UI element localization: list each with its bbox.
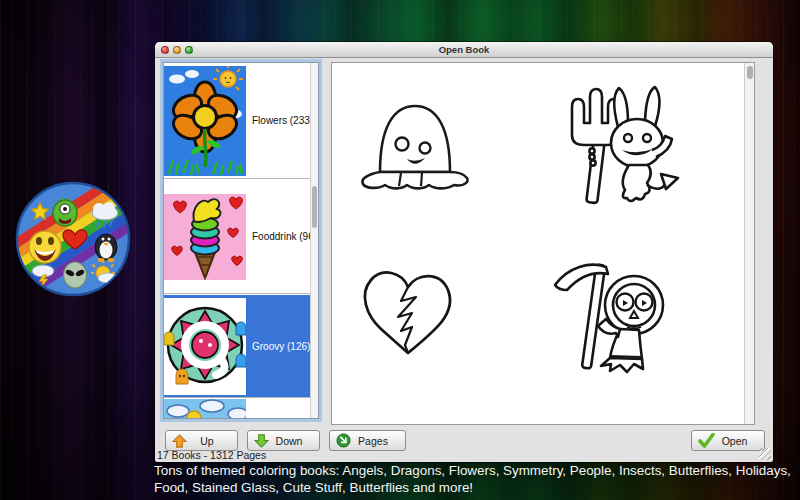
book-label: Groovy (126) bbox=[246, 341, 310, 352]
coloring-page-grim-reaper[interactable] bbox=[550, 257, 672, 377]
status-text: 17 Books - 1312 Pages bbox=[157, 449, 266, 461]
book-label: Fooddrink (96) bbox=[246, 231, 317, 242]
book-list-item-fooddrink[interactable]: Fooddrink (96) bbox=[164, 180, 312, 294]
book-list[interactable]: Flowers (233) bbox=[163, 62, 319, 419]
alien-icon bbox=[64, 262, 87, 288]
down-button[interactable]: Down bbox=[247, 430, 320, 451]
window-title: Open Book bbox=[155, 44, 773, 55]
coloring-app-dock-icon[interactable] bbox=[13, 177, 133, 303]
coloring-page-devil[interactable] bbox=[556, 79, 682, 215]
open-book-window: Open Book bbox=[155, 42, 773, 462]
book-list-scrollbar[interactable] bbox=[310, 63, 318, 418]
flower-book-thumbnail bbox=[164, 63, 246, 178]
pages-button[interactable]: Pages bbox=[329, 430, 406, 451]
book-list-scrollbar-thumb[interactable] bbox=[312, 186, 317, 228]
book-list-item-partial[interactable] bbox=[164, 399, 312, 419]
window-titlebar[interactable]: Open Book bbox=[155, 42, 773, 58]
up-button[interactable]: Up bbox=[165, 430, 238, 451]
mandala-book-thumbnail bbox=[164, 295, 246, 397]
book-list-item-flowers[interactable]: Flowers (233) bbox=[164, 63, 312, 179]
open-button[interactable]: Open bbox=[691, 430, 765, 451]
sky-clouds-book-thumbnail bbox=[164, 399, 246, 419]
smiley-face-icon bbox=[29, 231, 61, 263]
book-list-item-groovy[interactable]: Groovy (126) bbox=[164, 295, 312, 398]
pages-preview-panel bbox=[331, 62, 755, 425]
window-resize-grip[interactable] bbox=[759, 448, 771, 460]
green-circle-arrow-icon bbox=[336, 433, 351, 448]
rainbow-emoji-circle-app-icon bbox=[13, 177, 133, 303]
pages-panel-scrollbar-thumb[interactable] bbox=[747, 66, 753, 79]
coloring-page-broken-heart[interactable] bbox=[358, 261, 458, 359]
coloring-page-ghost[interactable] bbox=[354, 93, 478, 203]
book-label: Flowers (233) bbox=[246, 115, 313, 126]
green-down-arrow-icon bbox=[254, 434, 269, 448]
orange-up-arrow-icon bbox=[172, 434, 187, 448]
caption-text: Tons of themed coloring books: Angels, D… bbox=[154, 463, 800, 496]
green-checkmark-icon bbox=[698, 433, 715, 448]
icecream-book-thumbnail bbox=[164, 180, 246, 293]
pages-panel-scrollbar[interactable] bbox=[744, 63, 754, 424]
